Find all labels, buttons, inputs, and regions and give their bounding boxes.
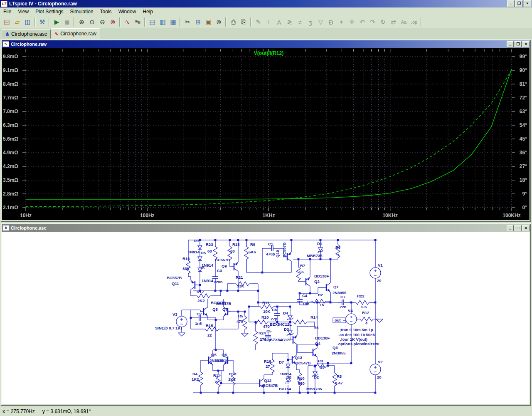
svg-text:10n: 10n (303, 302, 310, 306)
plot-minimize-button[interactable]: _ (507, 41, 514, 47)
spice-directive-button[interactable]: .op (409, 17, 419, 27)
svg-text:36°: 36° (520, 150, 527, 156)
redo-button[interactable]: ↷ (367, 17, 378, 27)
schematic-pane[interactable]: D91N914D51N914D61N914R16330R2368C3220nR1… (2, 232, 530, 404)
zoom-area-button[interactable]: ⊙ (87, 17, 97, 27)
zoom-in-button[interactable]: ⊕ (76, 17, 87, 27)
draw-wire-button[interactable]: ✎ (253, 17, 264, 27)
menu-help[interactable]: Help (139, 8, 156, 15)
text-button[interactable]: Aa (399, 17, 409, 27)
svg-text:68: 68 (230, 249, 235, 253)
svg-text:BD138F: BD138F (314, 274, 329, 278)
maximize[interactable]: ❐ (515, 0, 523, 7)
menu-file[interactable]: File (0, 8, 15, 15)
schematic-drawing[interactable]: D91N914D51N914D61N914R16330R2368C3220nR1… (2, 232, 530, 404)
tab-circlophone.asc[interactable]: ⋔Circlophone.asc (2, 29, 51, 39)
svg-text:100KHz: 100KHz (502, 213, 520, 218)
svg-text:5K6: 5K6 (249, 250, 256, 254)
svg-text:V3: V3 (172, 312, 177, 317)
plot-restore-button[interactable]: ❐ (515, 41, 522, 47)
place-component-button[interactable]: Ɖ (326, 17, 336, 27)
plot-pane[interactable]: 9.8mΩ99°9.1mΩ90°8.4mΩ81°7.7mΩ72°7.0mΩ63°… (2, 48, 530, 220)
schematic-window: ⋔ Circlophone.asc _□X D91N914D51N914D61N… (1, 223, 531, 406)
svg-text:R16: R16 (182, 256, 190, 261)
rotate-button[interactable]: ↻ (378, 17, 388, 27)
menu-view[interactable]: View (15, 8, 32, 15)
svg-text:R1: R1 (213, 373, 219, 378)
trace-phase (26, 70, 512, 207)
place-resistor-button[interactable]: ≷ (284, 17, 295, 27)
open-file-button[interactable]: ▱ (12, 17, 22, 27)
svg-text:15: 15 (320, 302, 324, 307)
svg-text:3.5mΩ: 3.5mΩ (3, 177, 18, 183)
svg-text:1N914: 1N914 (202, 278, 214, 283)
schem-maximize-button[interactable]: □ (515, 225, 522, 231)
svg-text:22: 22 (215, 379, 219, 384)
svg-text:9°: 9° (522, 191, 527, 197)
svg-text:R14: R14 (310, 315, 318, 319)
svg-text:270: 270 (260, 337, 266, 342)
paste-button[interactable]: ▣ (203, 17, 214, 27)
place-ground-button[interactable]: ⊥ (264, 17, 274, 27)
print-preview-button[interactable]: ⎘ (239, 17, 249, 27)
svg-text:C4: C4 (302, 293, 308, 298)
print-button[interactable]: ⎙ (228, 17, 239, 27)
toolbar-separator (34, 17, 36, 27)
schem-close-button[interactable]: X (522, 225, 530, 231)
place-inductor-button[interactable]: ʒ (305, 17, 315, 27)
save-button[interactable]: ◫ (22, 17, 33, 27)
svg-text:V2: V2 (378, 359, 383, 364)
svg-text:R5: R5 (238, 314, 244, 318)
cascade-windows-button[interactable]: ▦ (168, 17, 178, 27)
close[interactable]: × (524, 0, 531, 7)
svg-text:1KHz: 1KHz (262, 213, 275, 218)
svg-text:Q8: Q8 (212, 307, 218, 312)
svg-text:33K: 33K (237, 284, 244, 288)
menu-window[interactable]: Window (115, 8, 140, 15)
pan-plot-button[interactable]: ↹ (133, 17, 143, 27)
zoom-out-button[interactable]: ⊖ (97, 17, 108, 27)
svg-text:22: 22 (207, 333, 212, 337)
tile-horizontal-button[interactable]: ▥ (158, 17, 168, 27)
undo-button[interactable]: ↶ (357, 17, 367, 27)
run-button[interactable]: ▶ (52, 17, 62, 27)
cut-button[interactable]: ✂ (182, 17, 193, 27)
menu-tools[interactable]: Tools (97, 8, 115, 15)
plot-close-button[interactable]: × (522, 41, 530, 47)
menu-simulation[interactable]: Simulation (67, 8, 97, 15)
svg-text:C2: C2 (197, 312, 202, 316)
minimize[interactable]: _ (507, 0, 515, 7)
move-button[interactable]: ⌖ (336, 17, 347, 27)
autorange-plot-button[interactable]: ∿ (122, 17, 133, 27)
zoom-full-extents-button[interactable]: ⊗ (108, 17, 118, 27)
tab-circlophone.raw[interactable]: ∿Circlophone.raw (51, 28, 100, 39)
svg-text:1N914: 1N914 (188, 250, 200, 254)
plot-window-title-bar[interactable]: ∿ Circlophone.raw _❐× (2, 40, 530, 48)
place-label-button[interactable]: A (274, 17, 284, 27)
place-diode-button[interactable]: ▽ (315, 17, 326, 27)
schematic-icon: ⋔ (2, 225, 9, 231)
new-schematic-button[interactable]: ▤ (2, 17, 12, 27)
schematic-window-title-bar[interactable]: ⋔ Circlophone.asc _□X (2, 224, 530, 232)
svg-text:BC547B: BC547B (216, 301, 232, 306)
tile-vertical-button[interactable]: ▤ (147, 17, 158, 27)
halt-button[interactable]: ◼ (62, 17, 72, 27)
control-panel-button[interactable]: ⚒ (37, 17, 47, 27)
tab-bar: ⋔Circlophone.asc∿Circlophone.raw (0, 28, 532, 39)
find-button[interactable]: ⊚ (214, 17, 224, 27)
schem-minimize-button[interactable]: _ (507, 225, 514, 231)
drag-button[interactable]: ✛ (347, 17, 357, 27)
mirror-button[interactable]: ⇄ (388, 17, 399, 27)
place-capacitor-button[interactable]: ≠ (295, 17, 305, 27)
svg-text:R2: R2 (318, 292, 323, 297)
main-title-bar[interactable]: LT LTspice IV - Circlophone.raw _❐× (0, 0, 532, 7)
svg-text:D2: D2 (314, 375, 319, 379)
svg-text:D7: D7 (279, 360, 284, 364)
svg-text:63°: 63° (520, 109, 527, 114)
menu-plot-settings[interactable]: Plot Settings (32, 8, 66, 15)
svg-text:18°: 18° (520, 177, 527, 183)
waveform-icon: ∿ (2, 41, 9, 47)
copy-button[interactable]: ⊞ (193, 17, 203, 27)
status-x-readout: x = 275.770Hz (2, 409, 35, 414)
waveform-plot[interactable]: 9.8mΩ99°9.1mΩ90°8.4mΩ81°7.7mΩ72°7.0mΩ63°… (2, 48, 530, 220)
